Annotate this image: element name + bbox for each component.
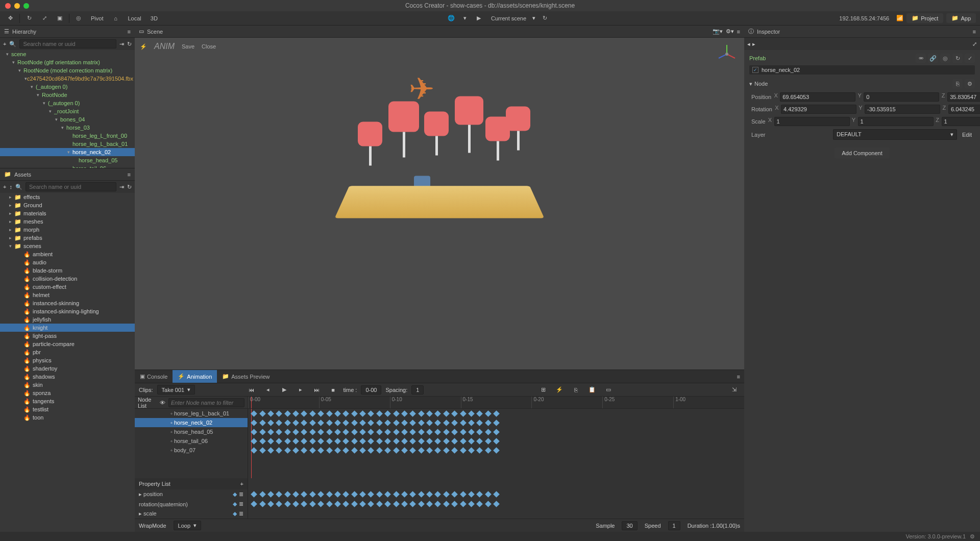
copy-icon[interactable]: ⎘ (952, 79, 963, 88)
assets-item[interactable]: 🔥physics (0, 356, 135, 364)
gear-icon[interactable]: ⚙▾ (726, 28, 734, 35)
keyframe[interactable] (342, 410, 349, 417)
keyframe[interactable] (276, 447, 282, 454)
assets-item[interactable]: ▸📁Ground (0, 201, 135, 209)
hierarchy-item[interactable]: ▾bones_04 (0, 115, 135, 124)
keyframe[interactable] (326, 501, 333, 507)
gear-icon[interactable]: ⚙ (965, 79, 975, 88)
keyframe[interactable] (301, 429, 308, 435)
keyframe[interactable] (334, 410, 341, 417)
pivot-icon[interactable]: ◎ (72, 13, 85, 24)
keyframe[interactable] (334, 420, 341, 426)
forward-icon[interactable]: ▸ (752, 41, 755, 47)
add-icon[interactable]: + (3, 184, 6, 190)
current-scene[interactable]: Current scene (488, 15, 529, 21)
keyframe[interactable] (426, 410, 433, 417)
keyframe[interactable] (409, 438, 416, 445)
keyframe[interactable] (326, 420, 333, 426)
refresh-button[interactable]: ↻ (538, 13, 551, 24)
local-label[interactable]: Local (125, 15, 144, 21)
keyframe[interactable] (418, 410, 425, 417)
property-track[interactable] (248, 489, 744, 499)
assets-item[interactable]: 🔥light-pass (0, 332, 135, 340)
orientation-gizmo[interactable] (716, 43, 738, 65)
keyframe[interactable] (493, 410, 500, 417)
keyframe[interactable] (485, 429, 492, 435)
keyframe[interactable] (359, 410, 366, 417)
keyframe[interactable] (267, 491, 274, 498)
bolt-icon[interactable]: ⚡ (553, 384, 566, 396)
hierarchy-item[interactable]: ▾(_autogen 0) (0, 83, 135, 91)
keyframe[interactable] (493, 447, 500, 454)
keyframe[interactable] (284, 429, 291, 435)
keyframe-track[interactable] (248, 409, 744, 418)
link-icon[interactable]: 🔗 (928, 54, 938, 63)
keyframe[interactable] (326, 410, 333, 417)
keyframe[interactable] (409, 429, 416, 435)
prev-frame-icon[interactable]: ◂ (262, 384, 274, 396)
keyframe[interactable] (460, 438, 467, 445)
keyframe[interactable] (251, 410, 257, 417)
keyframe[interactable] (376, 491, 383, 498)
keyframe[interactable] (251, 501, 257, 507)
minimize-window[interactable] (14, 3, 20, 9)
keyframe[interactable] (259, 438, 266, 445)
assets-item[interactable]: ▸📁materials (0, 209, 135, 217)
keyframe[interactable] (376, 410, 383, 417)
keyframe[interactable] (351, 410, 358, 417)
assets-item[interactable]: 🔥audio (0, 258, 135, 266)
hierarchy-tree[interactable]: ▾scene▾RootNode (gltf orientation matrix… (0, 50, 135, 168)
assets-item[interactable]: 🔥instanced-skinning-lighting (0, 307, 135, 315)
playhead[interactable] (251, 397, 252, 408)
keyframe[interactable] (251, 438, 257, 445)
keyframe[interactable] (326, 447, 333, 454)
rect-tool[interactable]: ▣ (54, 13, 66, 24)
playhead[interactable] (251, 409, 252, 478)
save-button[interactable]: Save (182, 43, 194, 50)
keyframe[interactable] (443, 420, 450, 426)
keyframe[interactable] (351, 438, 358, 445)
keyframe[interactable] (368, 501, 375, 507)
keyframe[interactable] (468, 491, 475, 498)
keyframe[interactable] (393, 501, 400, 507)
assets-tree[interactable]: ▸📁effects▸📁Ground▸📁materials▸📁meshes▸📁mo… (0, 193, 135, 532)
assets-item[interactable]: 🔥particle-compare (0, 340, 135, 348)
keyframe[interactable] (418, 447, 425, 454)
panel-menu-icon[interactable]: ≡ (128, 171, 131, 178)
assets-item[interactable]: ▸📁prefabs (0, 234, 135, 242)
keyframe[interactable] (284, 501, 291, 507)
keyframe[interactable] (368, 429, 375, 435)
scale-tool[interactable]: ⤢ (38, 13, 51, 24)
mode-3d[interactable]: 3D (148, 15, 161, 21)
hierarchy-item[interactable]: horse_tail_06 (0, 164, 135, 168)
keyframe[interactable] (359, 491, 366, 498)
keyframe[interactable] (376, 420, 383, 426)
assets-item[interactable]: 🔥tangents (0, 397, 135, 405)
keyframe[interactable] (326, 429, 333, 435)
keyframe[interactable] (368, 491, 375, 498)
keyframe[interactable] (476, 438, 483, 445)
keyframe[interactable] (476, 491, 483, 498)
tab-console[interactable]: ▣ Console (135, 370, 173, 383)
keyframe[interactable] (476, 420, 483, 426)
keyframe[interactable] (368, 447, 375, 454)
keyframe-track[interactable] (248, 446, 744, 455)
rotation-z[interactable] (948, 105, 980, 114)
wrapmode-select[interactable]: Loop ▾ (174, 521, 201, 530)
keyframe[interactable] (451, 410, 458, 417)
sample-field[interactable]: 30 (622, 521, 637, 530)
keyframe[interactable] (401, 438, 408, 445)
assets-item[interactable]: ▸📁meshes (0, 217, 135, 226)
keyframe[interactable] (451, 447, 458, 454)
keyframe[interactable] (485, 420, 492, 426)
keyframe[interactable] (359, 447, 366, 454)
position-x[interactable] (780, 92, 855, 102)
hierarchy-item[interactable]: horse_leg_L_back_01 (0, 140, 135, 148)
keyframe[interactable] (468, 420, 475, 426)
keyframe[interactable] (384, 429, 391, 435)
keyframe[interactable] (393, 429, 400, 435)
keyframe[interactable] (426, 438, 433, 445)
assets-item[interactable]: 🔥shadertoy (0, 364, 135, 373)
scene-viewport[interactable]: ⚡ ANIM Save Close ✈ (135, 38, 744, 370)
keyframe[interactable] (276, 420, 282, 426)
